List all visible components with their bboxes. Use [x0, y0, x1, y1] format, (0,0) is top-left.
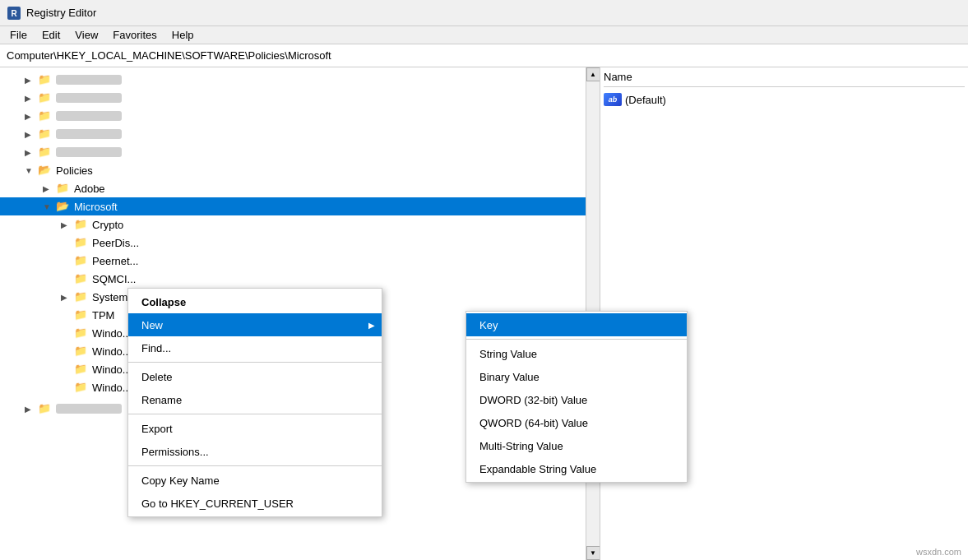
context-menu-export-label: Export [141, 423, 173, 435]
submenu-item-binaryvalue[interactable]: Binary Value [466, 365, 687, 388]
folder-icon: 📁 [38, 402, 53, 415]
tree-item-peerdis[interactable]: 📁 PeerDis... [0, 234, 600, 252]
folder-icon: 📁 [74, 326, 89, 340]
column-name-label: Name [604, 71, 965, 83]
scroll-down-button[interactable]: ▼ [586, 546, 600, 560]
submenu: Key String Value Binary Value DWORD (32-… [465, 311, 688, 483]
submenu-item-stringvalue-label: String Value [479, 348, 537, 360]
main-content: ▶ 📁 ▶ 📁 ▶ 📁 ▶ 📁 [0, 67, 968, 560]
context-menu-rename-label: Rename [141, 394, 182, 406]
tree-item-blurred1[interactable]: ▶ 📁 [0, 71, 600, 89]
tree-label-windo3: Windo... [92, 363, 132, 376]
scroll-up-button[interactable]: ▲ [586, 67, 600, 81]
context-menu-find[interactable]: Find... [128, 336, 382, 359]
context-menu-permissions-label: Permissions... [141, 446, 209, 458]
tree-label-peerdis: PeerDis... [92, 237, 139, 249]
menu-favorites[interactable]: Favorites [106, 27, 163, 43]
tree-item-adobe[interactable]: ▶ 📁 Adobe [0, 179, 600, 197]
tree-label-crypto: Crypto [92, 219, 123, 231]
context-menu: Collapse New ▶ Find... Delete Rename Exp… [127, 288, 382, 517]
tree-item-peernet[interactable]: 📁 Peernet... [0, 252, 600, 270]
submenu-item-dwordvalue-label: DWORD (32-bit) Value [479, 394, 587, 406]
tree-item-blurred4[interactable]: ▶ 📁 [0, 125, 600, 143]
tree-label-microsoft: Microsoft [74, 201, 118, 213]
context-menu-delete[interactable]: Delete [128, 365, 382, 388]
tree-label-windo4: Windo... [92, 382, 132, 394]
menu-view[interactable]: View [68, 27, 104, 43]
context-menu-gohkey-label: Go to HKEY_CURRENT_USER [141, 498, 294, 510]
submenu-item-qwordvalue[interactable]: QWORD (64-bit) Value [466, 411, 687, 434]
ab-icon: ab [604, 93, 622, 106]
folder-icon: 📁 [38, 146, 53, 159]
default-label: (Default) [625, 94, 666, 106]
folder-icon: 📁 [74, 345, 89, 358]
submenu-item-expandablestringvalue[interactable]: Expandable String Value [466, 457, 687, 480]
folder-icon: 📁 [74, 308, 89, 322]
tree-label-sqmcl: SQMCI... [92, 273, 136, 285]
context-menu-copykey[interactable]: Copy Key Name [128, 469, 382, 492]
context-menu-copykey-label: Copy Key Name [141, 474, 220, 487]
chevron-right-icon: ▶ [25, 94, 38, 103]
context-menu-divider2 [128, 414, 382, 414]
context-menu-find-label: Find... [141, 342, 171, 354]
folder-icon: 📁 [74, 254, 89, 267]
tree-label-tpm: TPM [92, 309, 114, 322]
submenu-item-multistringvalue[interactable]: Multi-String Value [466, 434, 687, 457]
folder-icon: 📁 [74, 218, 89, 231]
chevron-right-icon: ▶ [61, 293, 74, 302]
tree-item-crypto[interactable]: ▶ 📁 Crypto [0, 215, 600, 234]
context-menu-export[interactable]: Export [128, 417, 382, 440]
tree-item-blurred5[interactable]: ▶ 📁 [0, 143, 600, 161]
title-bar: R Registry Editor [0, 0, 968, 26]
submenu-divider1 [466, 339, 687, 340]
chevron-down-icon: ▼ [43, 202, 56, 211]
context-menu-collapse[interactable]: Collapse [128, 290, 382, 313]
menu-bar: File Edit View Favorites Help [0, 26, 968, 44]
tree-item-microsoft[interactable]: ▼ 📂 Microsoft [0, 197, 600, 215]
context-menu-collapse-label: Collapse [141, 296, 186, 308]
submenu-item-dwordvalue[interactable]: DWORD (32-bit) Value [466, 388, 687, 411]
context-menu-permissions[interactable]: Permissions... [128, 440, 382, 463]
chevron-right-icon: ▶ [25, 112, 38, 121]
context-menu-rename[interactable]: Rename [128, 388, 382, 411]
tree-item-blurred3[interactable]: ▶ 📁 [0, 107, 600, 125]
menu-file[interactable]: File [3, 27, 34, 43]
tree-label-windo1: Windo... [92, 327, 132, 340]
chevron-right-icon: ▶ [25, 405, 38, 414]
tree-label-windo2: Windo... [92, 345, 132, 358]
menu-help[interactable]: Help [165, 27, 201, 43]
context-menu-new[interactable]: New ▶ [128, 313, 382, 336]
submenu-item-key[interactable]: Key [466, 313, 687, 336]
chevron-down-icon: ▼ [25, 166, 38, 175]
chevron-right-icon: ▶ [25, 148, 38, 157]
submenu-item-multistringvalue-label: Multi-String Value [479, 440, 563, 452]
tree-item-blurred2[interactable]: ▶ 📁 [0, 89, 600, 107]
context-menu-divider1 [128, 362, 382, 363]
submenu-item-expandablestringvalue-label: Expandable String Value [479, 463, 596, 475]
submenu-item-binaryvalue-label: Binary Value [479, 371, 540, 383]
menu-edit[interactable]: Edit [35, 27, 67, 43]
folder-icon: 📁 [56, 182, 71, 195]
watermark: wsxdn.com [916, 547, 961, 557]
context-menu-gohkey[interactable]: Go to HKEY_CURRENT_USER [128, 492, 382, 515]
context-menu-delete-label: Delete [141, 371, 173, 383]
folder-icon: 📁 [74, 272, 89, 285]
svg-text:R: R [11, 9, 17, 18]
submenu-item-key-label: Key [479, 319, 498, 331]
default-row: ab (Default) [604, 90, 965, 109]
chevron-right-icon: ▶ [61, 220, 74, 229]
registry-editor-icon: R [7, 6, 21, 21]
right-panel-header: Name [604, 71, 965, 87]
submenu-item-stringvalue[interactable]: String Value [466, 342, 687, 365]
folder-icon: 📁 [74, 290, 89, 303]
context-menu-new-label: New [141, 319, 163, 331]
tree-label-adobe: Adobe [74, 183, 105, 195]
tree-item-policies[interactable]: ▼ 📂 Policies [0, 161, 600, 179]
chevron-right-icon: ▶ [25, 130, 38, 139]
folder-icon: 📁 [74, 236, 89, 249]
tree-item-sqmcl[interactable]: 📁 SQMCI... [0, 270, 600, 288]
address-bar: Computer\HKEY_LOCAL_MACHINE\SOFTWARE\Pol… [0, 44, 968, 67]
chevron-right-icon: ▶ [25, 76, 38, 85]
tree-label-peernet: Peernet... [92, 255, 138, 267]
folder-icon: 📁 [74, 381, 89, 394]
